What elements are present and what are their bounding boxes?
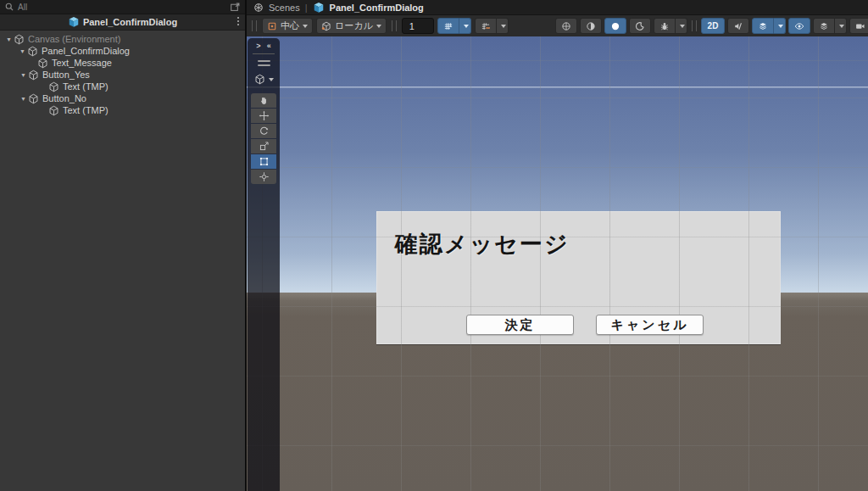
increment-snap-button[interactable] [475, 18, 497, 34]
chevron-down-icon [501, 25, 506, 28]
audio-mute-button[interactable] [727, 18, 749, 34]
pivot-mode-button[interactable]: 中心 [262, 18, 313, 34]
effects-button[interactable] [654, 18, 676, 34]
gameobject-icon [28, 93, 39, 104]
grid-snapping-button[interactable] [437, 18, 459, 34]
2d-mode-toggle[interactable]: 2D [701, 18, 725, 34]
camera-icon [855, 21, 865, 31]
tree-item-button-yes[interactable]: ▼ Button_Yes [0, 69, 245, 81]
chevron-down-icon [269, 78, 274, 81]
breadcrumb-current[interactable]: Panel_ConfirmDialog [330, 3, 424, 13]
camera-preview-button[interactable] [849, 18, 868, 34]
draw-mode-button[interactable] [555, 18, 577, 34]
search-icon [4, 2, 14, 12]
tree-item-label: Text (TMP) [63, 105, 108, 115]
tools-overlay: > « [248, 38, 280, 491]
lighting-icon [610, 21, 620, 31]
chevron-down-icon [839, 25, 844, 28]
toolbar-drag-handle[interactable] [692, 20, 697, 31]
foldout-arrow-icon[interactable]: ▼ [19, 96, 28, 102]
audio-toggle[interactable] [629, 18, 651, 34]
scene-visibility-toggle[interactable] [788, 18, 810, 34]
tree-item-label: Button_Yes [42, 70, 90, 80]
tree-item-label: Canvas (Environment) [28, 34, 120, 44]
gameobject-icon [48, 81, 59, 92]
rotate-tool-button[interactable] [251, 124, 276, 138]
overlay-layers-dropdown[interactable] [774, 18, 786, 34]
layers-icon [758, 21, 768, 31]
gizmos-dropdown[interactable] [835, 18, 847, 34]
popout-window-icon[interactable] [230, 2, 241, 12]
scene-toolbar: 中心 ローカル [247, 15, 868, 36]
shaded-sphere-icon [586, 21, 596, 31]
tree-item-label: Text_Message [52, 58, 112, 68]
scene-viewport[interactable]: 確認メッセージ 決定 キャンセル > « [247, 36, 868, 491]
crescent-icon [635, 21, 645, 31]
local-space-icon [321, 21, 331, 31]
overlay-divider [253, 53, 275, 54]
rect-tool-button[interactable] [251, 154, 276, 169]
canvas-bounds-line [247, 86, 868, 88]
gizmo-layers-icon [819, 21, 829, 31]
eye-icon [794, 21, 804, 31]
scale-tool-button[interactable] [251, 139, 276, 153]
tool-buttons [251, 93, 276, 184]
hand-tool-button[interactable] [251, 93, 276, 108]
prefab-breadcrumb-bar: Scenes | Panel_ConfirmDialog [247, 0, 868, 15]
confirm-dialog-title[interactable]: 確認メッセージ [395, 229, 570, 259]
tree-item-text-tmp-yes[interactable]: Text (TMP) [0, 81, 245, 92]
hierarchy-panel: All Panel_ConfirmDialog ▼ Canvas (Enviro… [0, 0, 245, 491]
more-options-icon[interactable] [237, 17, 239, 25]
toolbar-drag-handle[interactable] [392, 20, 397, 31]
foldout-arrow-icon[interactable]: ▼ [4, 36, 14, 42]
chevron-down-icon [680, 25, 685, 28]
grid-size-input[interactable] [402, 18, 434, 34]
chevron-down-icon [778, 25, 783, 28]
tree-item-label: Button_No [42, 93, 86, 103]
prefab-title: Panel_ConfirmDialog [83, 17, 177, 27]
tree-item-text-tmp-no[interactable]: Text (TMP) [0, 104, 245, 116]
cancel-button[interactable]: キャンセル [596, 315, 704, 335]
tree-item-label: Text (TMP) [63, 81, 108, 92]
toolbar-drag-handle[interactable] [252, 20, 257, 31]
pivot-mode-label: 中心 [281, 20, 299, 32]
confirm-dialog-panel[interactable]: 確認メッセージ 決定 キャンセル [376, 211, 781, 344]
transform-tool-button[interactable] [251, 170, 276, 184]
tree-item-canvas[interactable]: ▼ Canvas (Environment) [0, 33, 245, 45]
move-tool-button[interactable] [251, 109, 276, 123]
gameobject-icon [27, 46, 38, 57]
muted-speaker-icon [733, 21, 743, 31]
tree-item-button-no[interactable]: ▼ Button_No [0, 92, 245, 104]
lighting-toggle[interactable] [604, 18, 626, 34]
tree-item-panel-confirmdialog[interactable]: ▼ Panel_ConfirmDialog [0, 45, 245, 57]
gizmos-button[interactable] [813, 18, 835, 34]
gameobject-icon [28, 70, 39, 81]
effects-dropdown[interactable] [676, 18, 687, 34]
shading-mode-button[interactable] [580, 18, 602, 34]
handle-orientation-button[interactable]: ローカル [316, 18, 387, 34]
ok-button[interactable]: 決定 [466, 315, 574, 335]
tool-context-dropdown[interactable] [248, 74, 280, 85]
chevron-down-icon [376, 25, 381, 28]
overlay-menu-icon[interactable] [258, 60, 270, 66]
search-input[interactable]: All [18, 3, 27, 12]
grid-snapping-dropdown[interactable] [459, 18, 471, 34]
tree-item-text-message[interactable]: Text_Message [0, 57, 245, 69]
increment-snap-dropdown[interactable] [497, 18, 509, 34]
bug-icon [659, 21, 670, 31]
overlay-collapse-icon[interactable]: « [267, 42, 271, 50]
foldout-arrow-icon[interactable]: ▼ [18, 48, 27, 54]
scene-view-toggles: 2D [555, 18, 865, 34]
breadcrumb-scenes[interactable]: Scenes [269, 3, 300, 13]
foldout-arrow-icon[interactable]: ▼ [19, 72, 28, 78]
tree-item-label: Panel_ConfirmDialog [42, 46, 130, 56]
prefab-header[interactable]: Panel_ConfirmDialog [0, 14, 245, 31]
chevron-down-icon [303, 25, 308, 28]
hierarchy-search-bar[interactable]: All [0, 0, 245, 14]
scene-view: Scenes | Panel_ConfirmDialog 中心 ローカル [247, 0, 868, 491]
overlay-expand-icon[interactable]: > [256, 42, 260, 50]
handle-orientation-label: ローカル [335, 20, 373, 32]
gameobject-icon [37, 58, 48, 69]
breadcrumb-separator: | [305, 3, 308, 13]
overlay-layers-button[interactable] [752, 18, 774, 34]
